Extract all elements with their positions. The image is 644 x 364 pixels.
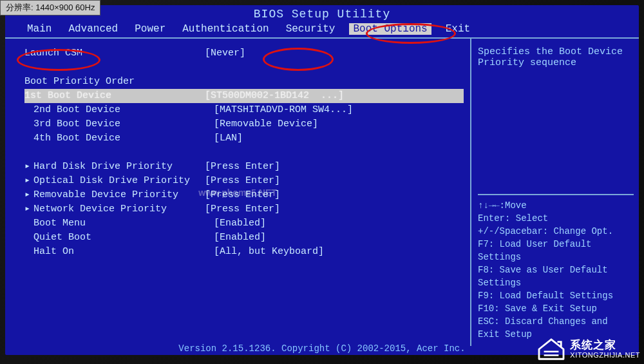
watermark-cn: 系统之家	[570, 340, 640, 352]
watermark-text: 系统之家 XITONGZHIJIA.NET	[570, 340, 640, 359]
help-line: Enter: Select	[478, 212, 634, 225]
spacer	[24, 146, 464, 160]
help-line: +/-/Spacebar: Change Opt.	[478, 225, 634, 238]
help-line: F10: Save & Exit Setup	[478, 302, 634, 315]
osd-text: 分辨率: 1440×900 60Hz	[6, 3, 95, 12]
triangle-icon: ▸	[24, 188, 33, 202]
boot-priority-header: Boot Priority Order	[24, 75, 464, 89]
option-label: 4th Boot Device	[33, 131, 214, 146]
option-value: [LAN]	[214, 131, 243, 146]
option-boot-menu[interactable]: Boot Menu [Enabled]	[24, 216, 464, 231]
tab-exit[interactable]: Exit	[443, 23, 473, 35]
submenu-removable-priority[interactable]: ▸ Removable Device Priority [Press Enter…	[24, 188, 464, 202]
option-label: Network Device Priority	[33, 202, 205, 216]
tab-security[interactable]: Security	[283, 23, 338, 35]
help-line: F8: Save as User Default Settings	[478, 263, 634, 289]
side-panel: Specifies the Boot Device Priority seque…	[470, 39, 639, 346]
submenu-optical-priority[interactable]: ▸ Optical Disk Drive Priority [Press Ent…	[24, 174, 464, 188]
main-panel: Launch CSM [Never] Boot Priority Order 1…	[5, 39, 470, 346]
spacer	[24, 61, 464, 75]
option-value: [Enabled]	[214, 231, 266, 245]
monitor-bezel: 分辨率: 1440×900 60Hz BIOS Setup Utility Ma…	[0, 0, 644, 364]
option-value: [Press Enter]	[205, 188, 280, 202]
option-value: [Removable Device]	[214, 117, 318, 131]
option-label: Launch CSM	[24, 46, 205, 61]
content-area: Launch CSM [Never] Boot Priority Order 1…	[5, 39, 639, 346]
submenu-network-priority[interactable]: ▸ Network Device Priority [Press Enter]	[24, 202, 464, 216]
option-label: 3rd Boot Device	[33, 117, 214, 131]
option-value: [Press Enter]	[205, 174, 280, 188]
desc-line: Priority sequence	[478, 57, 634, 68]
option-value: [Press Enter]	[205, 202, 280, 216]
triangle-icon: ▸	[24, 174, 33, 188]
house-icon	[536, 337, 566, 361]
option-value: [MATSHITADVD-ROM SW4...]	[214, 103, 353, 117]
option-value: [Never]	[205, 46, 245, 61]
tab-boot-options[interactable]: Boot Options	[349, 23, 431, 35]
triangle-icon: ▸	[24, 160, 33, 174]
option-label: 2nd Boot Device	[33, 103, 214, 117]
help-line: F9: Load Default Settings	[478, 289, 634, 302]
option-label: Removable Device Priority	[33, 188, 205, 202]
tab-advanced[interactable]: Advanced	[66, 23, 120, 35]
option-label: Quiet Boot	[33, 231, 214, 245]
option-label: Boot Menu	[33, 216, 214, 231]
watermark-en: XITONGZHIJIA.NET	[570, 351, 640, 359]
site-watermark: 系统之家 XITONGZHIJIA.NET	[536, 337, 640, 361]
boot-device-1[interactable]: 1st Boot Device [ST500DM002-1BD142 ...]	[24, 89, 464, 103]
option-value: [ST500DM002-1BD142 ...]	[205, 89, 344, 103]
menu-bar: Main Advanced Power Authentication Secur…	[5, 22, 639, 39]
tab-power[interactable]: Power	[132, 23, 168, 35]
key-help: ↑↓→←:Move Enter: Select +/-/Spacebar: Ch…	[478, 194, 634, 341]
boot-device-2[interactable]: 2nd Boot Device [MATSHITADVD-ROM SW4...]	[24, 103, 464, 117]
help-description: Specifies the Boot Device Priority seque…	[478, 46, 634, 194]
option-launch-csm[interactable]: Launch CSM [Never]	[24, 46, 464, 61]
help-line: F7: Load User Default Settings	[478, 238, 634, 263]
option-value: [All, but Keyboard]	[214, 245, 324, 259]
option-label: 1st Boot Device	[24, 89, 205, 103]
header-text: Boot Priority Order	[24, 75, 205, 89]
boot-device-4[interactable]: 4th Boot Device [LAN]	[24, 131, 464, 146]
bios-screen: BIOS Setup Utility Main Advanced Power A…	[5, 5, 639, 355]
boot-device-3[interactable]: 3rd Boot Device [Removable Device]	[24, 117, 464, 131]
monitor-osd: 分辨率: 1440×900 60Hz	[0, 0, 100, 15]
option-value: [Press Enter]	[205, 160, 280, 174]
option-halt-on[interactable]: Halt On [All, but Keyboard]	[24, 245, 464, 259]
desc-line: Specifies the Boot Device	[478, 46, 634, 57]
option-value: [Enabled]	[214, 216, 266, 231]
triangle-icon: ▸	[24, 202, 33, 216]
tab-main[interactable]: Main	[24, 23, 54, 35]
submenu-hdd-priority[interactable]: ▸ Hard Disk Drive Priority [Press Enter]	[24, 160, 464, 174]
option-label: Halt On	[33, 245, 214, 259]
option-label: Hard Disk Drive Priority	[33, 160, 205, 174]
tab-authentication[interactable]: Authentication	[180, 23, 271, 35]
help-line: ↑↓→←:Move	[478, 199, 634, 212]
option-label: Optical Disk Drive Priority	[33, 174, 205, 188]
option-quiet-boot[interactable]: Quiet Boot [Enabled]	[24, 231, 464, 245]
